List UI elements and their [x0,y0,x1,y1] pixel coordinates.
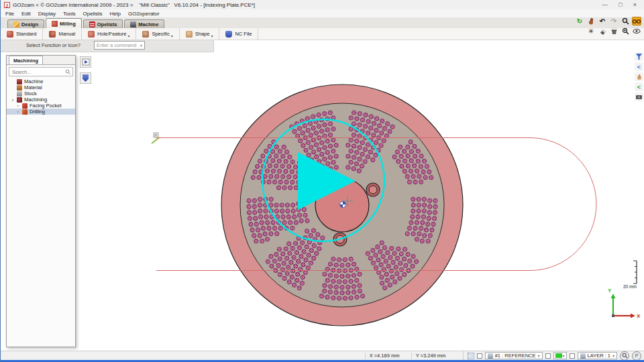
drawing-viewport[interactable]: F20 mmYX [1,39,644,351]
tool-shield-icon [83,74,89,82]
nc-file-icon [225,31,232,38]
nc-file-button[interactable]: NC File [219,28,258,40]
search-icon [65,69,71,75]
collapse-blue-icon[interactable]: < [635,62,643,71]
specific-button[interactable]: Specific ▾ [136,28,179,40]
filter-icon[interactable] [635,52,643,61]
chevron-down-icon[interactable]: ▾ [211,34,213,38]
nc-file-label: NC File [235,31,252,37]
chevron-right-icon[interactable]: > [16,104,20,108]
svg-text:F: F [155,133,158,137]
zoom-plus-icon[interactable] [621,27,630,36]
layer-value: LAYER : 1 [588,353,610,359]
reference-dropdown[interactable]: #1 : REFERENCE ▾ [485,352,543,359]
eraser-icon[interactable] [598,27,607,36]
camera-icon[interactable] [635,93,643,101]
tab-opelists[interactable]: Opelists [83,19,123,28]
chevron-down-icon: ▾ [140,43,142,48]
tree-item-drilling[interactable]: > Drilling [7,109,75,115]
undo-icon[interactable]: ↶ [598,17,607,25]
scale-label: 20 mm [623,284,637,289]
clean-bucket-icon[interactable] [609,27,619,36]
maximize-button[interactable]: □ [619,1,622,8]
specific-icon [142,31,149,38]
menu-file[interactable]: File [5,11,14,17]
manual-button[interactable]: Manual [43,28,82,40]
standard-button[interactable]: Standard [1,28,43,40]
machining-panel: Machining Machine Material Stock v Machi… [6,55,76,347]
cleanup-icon[interactable]: ✳ [586,27,596,36]
tab-machine-label: Machine [138,21,158,27]
app-icon: 2 [4,2,10,8]
command-combobox[interactable]: Enter a command ▾ [94,41,145,50]
menu-help[interactable]: Help [110,11,121,17]
y-axis-label: Y [608,288,612,294]
chevron-down-icon: ▾ [563,353,565,358]
chevron-right-icon[interactable]: > [16,110,20,114]
tab-machine[interactable]: Machine [124,19,164,28]
view-tools: ↻ ↶ ↷ ✳ [575,17,641,36]
search-box[interactable] [9,67,73,76]
go2-glasses-icon[interactable] [632,17,641,25]
minimize-button[interactable]: — [602,1,608,8]
tree-label: Stock [24,90,37,97]
tree-item-machining[interactable]: v Machining [7,97,75,103]
drilling-icon [22,109,28,115]
x-axis-label: X [637,313,641,319]
standard-icon [7,31,13,38]
machining-tree: Machine Material Stock v Machining > Fac… [7,78,75,115]
menu-display[interactable]: Display [38,11,56,17]
tab-design-label: Design [21,21,38,27]
zoom-status-icon[interactable] [620,351,629,361]
reference-value: #1 : REFERENCE [495,353,536,359]
opelists-icon [89,21,95,27]
chevron-down-icon[interactable]: v [11,98,15,102]
chevron-down-icon[interactable]: ▾ [127,34,129,38]
header: 2 GO2cam < © GO2cam International 2009 -… [1,0,644,40]
chevron-down-icon[interactable]: ▾ [171,34,173,38]
layer-checkbox[interactable] [570,353,575,359]
visibility-icon[interactable] [632,27,641,36]
hole-feature-button[interactable]: Hole/Feature ▾ [82,28,136,40]
stock-icon [17,91,22,97]
tab-milling[interactable]: Milling [46,18,82,28]
tree-item-machine[interactable]: Machine [7,78,75,84]
zoom-icon[interactable] [621,17,630,25]
tree-item-facing-pocket[interactable]: > Facing Pocket [7,103,75,109]
ribbon-tabs: Design Milling Opelists Machine [1,18,644,28]
manual-label: Manual [58,31,75,37]
shape-button[interactable]: Shape ▾ [180,28,220,40]
reference-checkbox[interactable] [477,353,482,359]
p-badge-icon[interactable]: P [632,351,641,361]
collapse-green-icon[interactable]: < [635,82,643,91]
tab-milling-label: Milling [60,21,76,27]
redo-icon[interactable]: ↷ [609,17,619,25]
color-checkbox[interactable] [545,353,551,359]
chevron-down-icon: ▾ [537,353,539,358]
menu-edit[interactable]: Edit [21,11,31,17]
grid-toggle-icon[interactable] [468,353,474,359]
regenerate-icon[interactable]: ↻ [575,17,584,25]
facing-pocket-icon [22,103,28,109]
search-input[interactable] [11,69,65,75]
tool-manager-button[interactable] [80,72,91,84]
pick-hand-icon[interactable] [586,17,596,25]
tree-label: Material [24,84,42,90]
layer-icon [580,353,586,359]
tab-design[interactable]: Design [7,19,44,28]
menu-go2operator[interactable]: GO2operator [128,11,160,17]
tree-item-stock[interactable]: Stock [7,90,75,97]
tree-item-material[interactable]: Material [7,84,75,90]
menu-bar: File Edit Display Tools Opelists Help GO… [1,9,644,18]
close-button[interactable]: × [633,1,637,8]
panel-tab-machining[interactable]: Machining [9,56,43,64]
command-bar: Select Function or Icon? Enter a command… [1,39,214,52]
title-bar: 2 GO2cam < © GO2cam International 2009 -… [1,0,644,9]
layer-dropdown[interactable]: LAYER : 1 ▾ [578,352,617,359]
menu-opelists[interactable]: Opelists [83,11,103,17]
pan-hand-icon[interactable] [635,72,643,81]
simulation-button[interactable] [80,56,91,68]
color-dropdown[interactable]: ▾ [553,352,567,359]
status-controls: #1 : REFERENCE ▾ ▾ LAYER : 1 ▾ P [463,351,641,361]
menu-tools[interactable]: Tools [63,11,76,17]
